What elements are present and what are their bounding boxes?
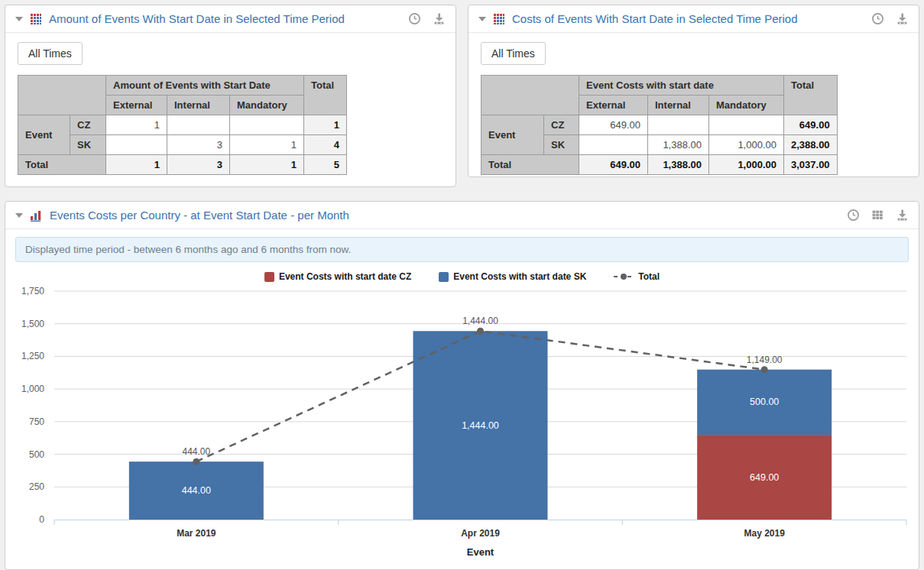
table-view-icon[interactable] [871,209,884,222]
time-settings-icon[interactable] [871,12,884,25]
total-value-label: 1,444.00 [462,316,498,326]
table-cell [579,135,648,155]
download-icon[interactable] [433,12,446,25]
y-axis-tick-label: 1,500 [21,319,44,329]
collapse-caret-icon[interactable] [478,17,486,21]
total-cell: 1,388.00 [648,155,709,175]
total-row-header: Total [18,155,106,175]
bar-chart-report-icon [30,209,43,222]
panel-costs-of-events: Costs of Events With Start Date in Selec… [468,5,919,177]
bar-value-label: 1,444.00 [462,420,499,431]
row-header: CZ [70,115,106,135]
time-settings-icon[interactable] [847,209,860,222]
total-cell: 1,000.00 [709,155,784,175]
y-axis-tick-label: 750 [29,416,44,427]
total-row: Total 649.00 1,388.00 1,000.00 3,037.00 [481,155,838,175]
table-cell: 3 [167,135,230,155]
panel-title: Costs of Events With Start Date in Selec… [512,12,798,25]
row-header: SK [544,135,579,155]
header-icons [871,12,909,25]
row-total-cell: 2,388.00 [784,135,838,155]
total-line-marker[interactable] [477,328,484,335]
legend-item-cz[interactable]: Event Costs with start date CZ [264,271,411,282]
table-cell [709,115,784,135]
panel-title: Events Costs per Country - at Event Star… [50,209,349,222]
legend-label: Event Costs with start date CZ [279,271,411,282]
total-column-header: Total [304,76,347,115]
total-cell: 3 [167,155,230,175]
legend-label: Total [638,271,660,282]
measure-group-header: Event Costs with start date [579,76,784,96]
row-header: SK [70,135,106,155]
bar-value-label: 500.00 [750,397,779,407]
column-header: External [106,96,167,115]
table-cell [106,135,167,155]
table-cell: 1,000.00 [709,135,784,155]
x-axis-category-label: Apr 2019 [461,528,500,539]
table-report-icon [493,13,505,25]
table-cell: 649.00 [579,115,648,135]
total-row-header: Total [481,155,579,175]
amount-pivot-table: Amount of Events with Start Date Total E… [18,75,347,175]
table-row: Event CZ 649.00 649.00 [481,115,838,135]
row-dimension-header: Event [481,115,544,155]
column-header: Internal [648,96,709,115]
row-dimension-header: Event [18,115,70,155]
x-axis-category-label: Mar 2019 [177,528,216,539]
header-icons [408,12,446,25]
total-cell: 1 [230,155,304,175]
total-line-marker[interactable] [761,366,768,373]
grand-total-cell: 3,037.00 [784,155,838,175]
measure-group-header: Amount of Events with Start Date [106,76,304,96]
panel-header: Amount of Events With Start Date in Sele… [5,5,456,33]
legend-total-marker-icon [614,273,634,280]
bar-value-label: 649.00 [750,472,779,483]
total-row: Total 1 3 1 5 [18,155,347,175]
y-axis-tick-label: 1,250 [21,351,44,361]
collapse-caret-icon[interactable] [15,17,23,21]
panel-body: All Times Amount of Events with Start Da… [5,33,456,184]
costs-pivot-table: Event Costs with start date Total Extern… [481,75,838,175]
download-icon[interactable] [896,12,909,25]
column-header: External [579,96,648,115]
collapse-caret-icon[interactable] [15,213,23,218]
bar-value-label: 444.00 [182,485,211,496]
table-cell [167,115,230,135]
total-line-marker[interactable] [193,458,199,465]
table-cell [648,115,709,135]
all-times-filter-button[interactable]: All Times [481,42,546,65]
table-cell: 1 [230,135,304,155]
total-cell: 1 [106,155,167,175]
x-axis-title: Event [467,546,494,558]
total-value-label: 444.00 [182,446,210,457]
y-axis-tick-label: 1,000 [21,384,44,394]
panel-amount-of-events: Amount of Events With Start Date in Sele… [5,5,456,187]
corner-cell [18,76,106,115]
panel-header: Costs of Events With Start Date in Selec… [468,5,919,33]
panel-title: Amount of Events With Start Date in Sele… [49,12,345,25]
row-total-cell: 649.00 [784,115,838,135]
table-cell: 1 [106,115,167,135]
legend-item-total[interactable]: Total [614,271,660,282]
dashboard: { "amount": { "title": "Amount of Events… [0,0,924,570]
panel-events-costs-chart: Events Costs per Country - at Event Star… [5,201,919,570]
total-cell: 649.00 [579,155,648,175]
corner-cell [481,76,579,115]
time-settings-icon[interactable] [408,12,421,25]
row-total-cell: 1 [304,115,347,135]
column-header: Internal [167,96,230,115]
panel-body: All Times Event Costs with start date To… [468,33,919,184]
table-cell: 1,388.00 [648,135,709,155]
chart-legend: Event Costs with start date CZ Event Cos… [5,271,919,282]
legend-item-sk[interactable]: Event Costs with start date SK [439,271,586,282]
panel-header: Events Costs per Country - at Event Star… [5,202,919,229]
table-cell [230,115,304,135]
header-icons [847,209,909,222]
total-column-header: Total [784,76,838,115]
total-value-label: 1,149.00 [747,355,783,365]
y-axis-tick-label: 0 [39,514,44,525]
column-header: Mandatory [230,96,304,115]
y-axis-tick-label: 250 [29,481,44,492]
all-times-filter-button[interactable]: All Times [18,42,83,65]
download-icon[interactable] [896,209,909,222]
